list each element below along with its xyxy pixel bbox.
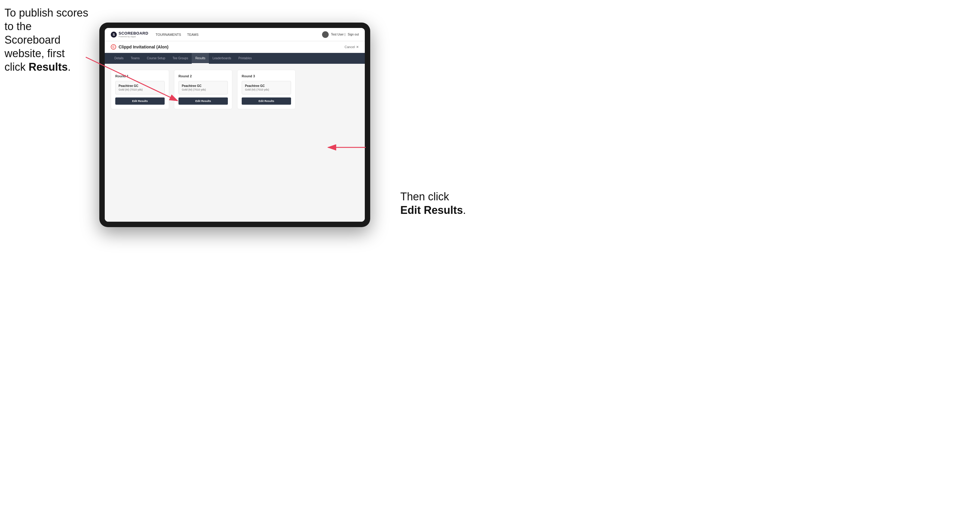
tab-leaderboards[interactable]: Leaderboards xyxy=(209,53,235,64)
nav-links: TOURNAMENTS TEAMS xyxy=(156,32,322,38)
content-area: Round 1 Peachtree GC Gold (M) (7010 yds)… xyxy=(105,64,365,222)
round-2-edit-results-button[interactable]: Edit Results xyxy=(178,97,228,105)
round-1-course-name: Peachtree GC xyxy=(119,84,161,87)
close-icon: ✕ xyxy=(356,45,359,49)
tab-results[interactable]: Results xyxy=(192,53,209,64)
tablet-screen: S SCOREBOARD Powered by clippd TOURNAMEN… xyxy=(105,28,365,222)
logo-icon: S xyxy=(111,32,117,38)
tab-course-setup[interactable]: Course Setup xyxy=(143,53,169,64)
logo-area: S SCOREBOARD Powered by clippd xyxy=(111,31,148,38)
nav-tournaments[interactable]: TOURNAMENTS xyxy=(156,32,181,38)
round-2-card: Round 2 Peachtree GC Gold (M) (7010 yds)… xyxy=(174,70,232,109)
tablet-device: S SCOREBOARD Powered by clippd TOURNAMEN… xyxy=(99,22,370,227)
round-4-card xyxy=(301,70,359,109)
round-3-card: Round 3 Peachtree GC Gold (M) (7010 yds)… xyxy=(237,70,296,109)
tab-details[interactable]: Details xyxy=(111,53,127,64)
tab-tee-groups[interactable]: Tee Groups xyxy=(169,53,192,64)
round-3-course-name: Peachtree GC xyxy=(245,84,288,87)
round-3-title: Round 3 xyxy=(242,74,291,78)
nav-right: Test User | Sign out xyxy=(322,31,359,38)
logo-text-area: SCOREBOARD Powered by clippd xyxy=(119,31,148,38)
instruction-left: To publish scores to the Scoreboard webs… xyxy=(5,6,89,74)
cancel-button[interactable]: Cancel ✕ xyxy=(345,45,359,49)
round-1-title: Round 1 xyxy=(115,74,165,78)
tab-teams[interactable]: Teams xyxy=(127,53,143,64)
nav-teams[interactable]: TEAMS xyxy=(187,32,199,38)
round-3-course-details: Gold (M) (7010 yds) xyxy=(245,88,288,91)
round-1-card: Round 1 Peachtree GC Gold (M) (7010 yds)… xyxy=(111,70,169,109)
round-1-course-details: Gold (M) (7010 yds) xyxy=(119,88,161,91)
round-3-edit-results-button[interactable]: Edit Results xyxy=(242,97,291,105)
top-nav: S SCOREBOARD Powered by clippd TOURNAMEN… xyxy=(105,28,365,41)
round-2-course-details: Gold (M) (7010 yds) xyxy=(182,88,224,91)
round-2-course-card: Peachtree GC Gold (M) (7010 yds) xyxy=(178,81,228,94)
logo-name: SCOREBOARD xyxy=(119,31,148,35)
rounds-grid: Round 1 Peachtree GC Gold (M) (7010 yds)… xyxy=(111,70,359,109)
tournament-title-area: C Clippd Invitational (Alon) xyxy=(111,44,169,50)
round-2-course-name: Peachtree GC xyxy=(182,84,224,87)
tab-printables[interactable]: Printables xyxy=(235,53,255,64)
user-avatar xyxy=(322,31,329,38)
tournament-header: C Clippd Invitational (Alon) Cancel ✕ xyxy=(105,41,365,53)
logo-subtext: Powered by clippd xyxy=(119,35,148,38)
sign-out-link[interactable]: Sign out xyxy=(348,33,359,36)
round-1-course-card: Peachtree GC Gold (M) (7010 yds) xyxy=(115,81,165,94)
instruction-right: Then click Edit Results. xyxy=(400,190,479,217)
tournament-title: Clippd Invitational (Alon) xyxy=(119,44,169,49)
user-name: Test User | xyxy=(331,33,345,36)
tournament-icon: C xyxy=(111,44,116,50)
round-1-edit-results-button[interactable]: Edit Results xyxy=(115,97,165,105)
round-2-title: Round 2 xyxy=(178,74,228,78)
tab-bar: Details Teams Course Setup Tee Groups Re… xyxy=(105,53,365,64)
round-3-course-card: Peachtree GC Gold (M) (7010 yds) xyxy=(242,81,291,94)
